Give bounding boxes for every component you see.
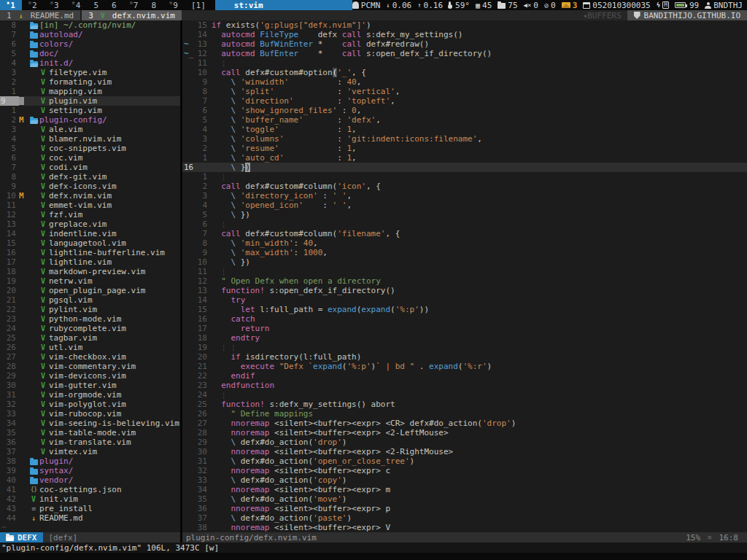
tree-item[interactable]: 25Vtagbar.vim — [0, 333, 180, 343]
code-line[interactable]: 19 ¦ ¦ — [182, 343, 747, 352]
command-line[interactable]: "plugin-config/defx.nvim.vim" 106L, 3473… — [0, 542, 747, 553]
tree-item[interactable]: 31Vvim-orgmode.vim — [0, 390, 180, 400]
tree-item[interactable]: 26Vutl.vim — [0, 343, 180, 352]
tree-item[interactable]: 12Vfzf.vim — [0, 210, 180, 219]
tree-item[interactable]: 3Vfiletype.vim — [0, 68, 180, 77]
tree-item[interactable]: 2Vformating.vim — [0, 77, 180, 87]
tmux-window-4[interactable]: ▫4 — [66, 0, 88, 10]
code-line[interactable]: 12 " Open Defx when open a directory — [182, 276, 747, 286]
code-line[interactable]: 16 \ }) — [182, 163, 747, 172]
code-line[interactable]: 21 execute "Defx `expand('%:p')` | bd " … — [182, 362, 747, 371]
code-line[interactable]: 24 ¦ — [182, 390, 747, 400]
tmux-window-3[interactable]: ▫3 — [44, 0, 66, 10]
tree-item[interactable]: 1Vmapping.vim — [0, 87, 180, 96]
code-line[interactable]: 9 \ 'max_width': 1000, — [182, 248, 747, 257]
code-line[interactable]: 10 call defx#custom#option('_', { — [182, 68, 747, 77]
tree-item[interactable]: 21Vpgsql.vim — [0, 295, 180, 305]
tree-item[interactable]: 16Vlightline-bufferline.vim — [0, 248, 180, 257]
tree-item[interactable]: 6Vcoc.vim — [0, 153, 180, 163]
tree-item[interactable]: 32Vvim-polyglot.vim — [0, 400, 180, 409]
tree-item[interactable]: 2Mplugin-config/ — [0, 115, 180, 125]
tree-item[interactable]: 8Vdefx-git.vim — [0, 172, 180, 182]
code-line[interactable]: 7 \ 'direction' : 'topleft', — [182, 96, 747, 106]
tree-item[interactable]: 43≡pre_install — [0, 504, 180, 513]
code-line[interactable]: 29 \ defx#do_action('drop') — [182, 438, 747, 447]
code-line[interactable]: 34 nnoremap <silent><buffer><expr> m — [182, 485, 747, 494]
code-line[interactable]: 23 endfunction — [182, 381, 747, 390]
code-line[interactable]: 1 ¦ — [182, 172, 747, 182]
tree-item[interactable]: 23Vpython-mode.vim — [0, 314, 180, 324]
tmux-window-[1][interactable]: [1] — [185, 0, 212, 10]
tree-item[interactable]: 9Vdefx-icons.vim — [0, 182, 180, 191]
tree-item[interactable]: 10MVdefx.nvim.vim — [0, 191, 180, 201]
code-line[interactable]: 37 \ defx#do_action('paste') — [182, 513, 747, 523]
tree-item[interactable]: 5Vcoc-snippets.vim — [0, 144, 180, 153]
tree-item[interactable]: 3Vale.vim — [0, 125, 180, 134]
code-line[interactable]: 14 try — [182, 295, 747, 305]
code-line[interactable]: 4 \ 'toggle' : 1, — [182, 125, 747, 134]
tree-item[interactable]: 17Vlightline.vim — [0, 257, 180, 267]
code-line[interactable]: 32 nnoremap <silent><buffer><expr> c — [182, 466, 747, 475]
code-line[interactable]: 4 \ 'opened_icon' : ' ', — [182, 201, 747, 210]
code-line[interactable]: 26 " Define mappings — [182, 409, 747, 419]
tree-item[interactable]: 22Vpylint.vim — [0, 305, 180, 314]
tree-item[interactable]: 4init.d/ — [0, 58, 180, 68]
code-line[interactable]: 22 endif — [182, 371, 747, 381]
tree-item[interactable]: 5doc/ — [0, 49, 180, 58]
tree-item[interactable]: 38plugin/ — [0, 456, 180, 466]
code-line[interactable]: 1 \ 'auto_cd' : 1, — [182, 153, 747, 163]
tree-item[interactable]: 9Vplugin.vim — [0, 96, 180, 106]
code-line[interactable]: ~_12 autocmd BufEnter * call s:open_defx… — [182, 49, 747, 58]
code-line[interactable]: ~13 autocmd BufWinEnter * call defx#redr… — [182, 39, 747, 49]
code-line[interactable]: 11 ¦ — [182, 267, 747, 276]
code-line[interactable]: 8 \ 'split' : 'vertical', — [182, 87, 747, 96]
tree-item[interactable]: 41{}coc-settings.json — [0, 485, 180, 494]
tree-item[interactable]: 8[in] ~/.config/nvim/ — [0, 20, 180, 30]
tree-item[interactable]: 42Vinit.vim — [0, 494, 180, 504]
tree-item[interactable]: 29Vvim-devicons.vim — [0, 371, 180, 381]
code-line[interactable]: 16 catch — [182, 314, 747, 324]
tmux-window-2[interactable]: ▫2 — [22, 0, 44, 10]
code-line[interactable]: 14 autocmd FileType defx call s:defx_my_… — [182, 30, 747, 39]
code-line[interactable]: 10 \ }) — [182, 257, 747, 267]
tree-item[interactable]: 6colors/ — [0, 39, 180, 49]
tree-item[interactable]: 30Vvim-gutter.vim — [0, 381, 180, 390]
tree-item[interactable]: 34Vvim-seeing-is-believing.vim — [0, 419, 180, 428]
tree-item[interactable]: 40vendor/ — [0, 475, 180, 485]
code-line[interactable]: 8 \ 'min_width': 40, — [182, 238, 747, 248]
tree-item[interactable]: 37Vvimtex.vim — [0, 447, 180, 456]
code-line[interactable]: 2 \ 'resume' : 1, — [182, 144, 747, 153]
tree-item[interactable]: 28Vvim-commentary.vim — [0, 362, 180, 371]
buffer-tab-defx.nvim.vim[interactable]: 3Vdefx.nvim.vim — [82, 10, 182, 20]
code-line[interactable]: 3 \ 'directory_icon' : ' ', — [182, 191, 747, 201]
code-line[interactable]: 28 nnoremap <silent><buffer><expr> <2-Le… — [182, 428, 747, 438]
code-line[interactable]: 27 nnoremap <silent><buffer><expr> <CR> … — [182, 419, 747, 428]
tree-item[interactable]: 7Vcodi.vim — [0, 163, 180, 172]
tree-item[interactable]: 11Vemmet-vim.vim — [0, 201, 180, 210]
code-line[interactable]: 3 \ 'columns' : 'git:indent:icons:filena… — [182, 134, 747, 144]
code-line[interactable]: 38 nnoremap <silent><buffer><expr> V — [182, 523, 747, 532]
tree-item[interactable]: 4Vblamer.nvim.vim — [0, 134, 180, 144]
code-line[interactable]: 5 \ }) — [182, 210, 747, 219]
code-line[interactable]: 17 return — [182, 324, 747, 333]
tree-item[interactable]: 35Vvim-table-mode.vim — [0, 428, 180, 438]
tmux-window-1[interactable]: ▪1 — [0, 0, 22, 10]
code-line[interactable]: 15if exists('g:plugs["defx.nvim"]') — [182, 20, 747, 30]
code-line[interactable]: 25 function! s:defx_my_settings() abort — [182, 400, 747, 409]
tmux-window-7[interactable]: ▫7 — [123, 0, 145, 10]
tree-item[interactable]: 7autoload/ — [0, 30, 180, 39]
tree-item[interactable]: 14Vindentline.vim — [0, 229, 180, 238]
code-line[interactable]: 36 nnoremap <silent><buffer><expr> p — [182, 504, 747, 513]
code-line[interactable]: 2 call defx#custom#column('icon', { — [182, 182, 747, 191]
tree-item[interactable]: 15Vlanguagetool.vim — [0, 238, 180, 248]
tree-item[interactable]: 19Vnetrw.vim — [0, 276, 180, 286]
tree-item[interactable]: 13Vgreplace.vim — [0, 219, 180, 229]
tree-item[interactable]: 24Vrubycomplete.vim — [0, 324, 180, 333]
tmux-window-5[interactable]: 5 — [87, 0, 105, 10]
code-line[interactable]: 15 let l:full_path = expand(expand('%:p'… — [182, 305, 747, 314]
code-line[interactable]: 13 function! s:open_defx_if_directory() — [182, 286, 747, 295]
tmux-window-8[interactable]: 8 — [144, 0, 163, 10]
code-line[interactable]: 20 if isdirectory(l:full_path) — [182, 352, 747, 362]
tree-item[interactable]: 36Vvim-translate.vim — [0, 438, 180, 447]
tmux-window-6[interactable]: 6 — [105, 0, 123, 10]
